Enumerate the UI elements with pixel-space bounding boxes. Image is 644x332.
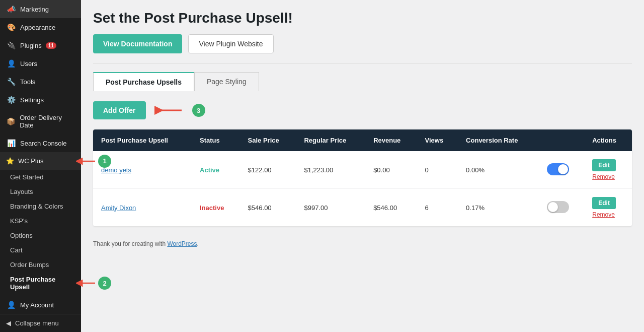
sidebar-item-plugins[interactable]: 🔌 Plugins 11 <box>0 36 81 54</box>
settings-icon: ⚙️ <box>6 96 16 104</box>
col-header-actions: Actions <box>584 129 632 151</box>
offers-table-wrapper: Post Purchase Upsell Status Sale Price R… <box>93 129 632 226</box>
submenu-item-ksps[interactable]: KSP's <box>0 214 81 228</box>
annotation-arrow-1 <box>76 156 96 166</box>
row1-remove-button[interactable]: Remove <box>592 173 615 180</box>
row2-toggle-cell <box>539 189 584 227</box>
row1-sale-price: $122.00 <box>240 151 296 189</box>
page-title: Set the Post Purchase Upsell! <box>93 10 632 26</box>
col-header-views: Views <box>417 129 458 151</box>
annotation-badge-3: 3 <box>192 104 205 117</box>
col-header-conversion-rate: Conversion Rate <box>458 129 539 151</box>
main-tabs: Post Purchase Upsells Page Styling <box>93 72 632 91</box>
row1-edit-button[interactable]: Edit <box>592 159 616 171</box>
main-content: Set the Post Purchase Upsell! View Docum… <box>81 0 644 332</box>
header-divider <box>93 63 632 64</box>
view-plugin-website-button[interactable]: View Plugin Website <box>188 34 273 53</box>
sidebar-item-users[interactable]: 👤 Users <box>0 54 81 73</box>
row1-revenue: $0.00 <box>365 151 417 189</box>
table-row: demo yets Active $122.00 $1,223.00 $0.00… <box>93 151 632 189</box>
row1-status: Active <box>192 151 240 189</box>
submenu-item-order-bumps[interactable]: Order Bumps <box>0 257 81 272</box>
tab-page-styling[interactable]: Page Styling <box>194 72 259 91</box>
collapse-menu-button[interactable]: ◀ Collapse menu <box>0 314 81 332</box>
row1-regular-price: $1,223.00 <box>296 151 365 189</box>
submenu-item-branding-colors[interactable]: Branding & Colors <box>0 199 81 214</box>
col-header-sale-price: Sale Price <box>240 129 296 151</box>
row1-conversion-rate: 0.00% <box>458 151 539 189</box>
sidebar-item-appearance[interactable]: 🎨 Appearance <box>0 18 81 36</box>
marketing-icon: 📣 <box>6 5 16 13</box>
annotation-badge-2: 2 <box>98 277 111 290</box>
submenu-item-get-started[interactable]: Get Started <box>0 170 81 184</box>
submenu-item-options[interactable]: Options <box>0 228 81 243</box>
row1-views: 0 <box>417 151 458 189</box>
col-header-regular-price: Regular Price <box>296 129 365 151</box>
annotation-arrow-2 <box>76 278 96 288</box>
add-offer-row: Add Offer 3 <box>93 101 632 119</box>
footer: Thank you for creating with WordPress. <box>93 240 632 247</box>
row2-actions: Edit Remove <box>584 189 632 227</box>
annotation-arrow-3 <box>154 103 184 118</box>
row2-revenue: $546.00 <box>365 189 417 227</box>
tools-icon: 🔧 <box>6 78 16 86</box>
my-account-icon: 👤 <box>6 301 16 309</box>
row2-toggle-knob <box>548 202 558 212</box>
plugins-icon: 🔌 <box>6 41 16 49</box>
submenu-item-post-purchase-upsell[interactable]: Post Purchase Upsell 2 <box>0 272 81 294</box>
row2-remove-button[interactable]: Remove <box>592 211 615 218</box>
search-console-icon: 📊 <box>6 139 16 147</box>
col-header-revenue: Revenue <box>365 129 417 151</box>
sidebar-item-settings[interactable]: ⚙️ Settings <box>0 91 81 109</box>
row1-actions: Edit Remove <box>584 151 632 189</box>
offers-table: Post Purchase Upsell Status Sale Price R… <box>93 129 632 226</box>
plugins-badge: 11 <box>46 42 56 49</box>
sidebar-submenu: Get Started Layouts Branding & Colors KS… <box>0 170 81 296</box>
sidebar-item-my-account[interactable]: 👤 My Account <box>0 296 81 314</box>
row1-toggle[interactable] <box>547 163 569 175</box>
row2-toggle[interactable] <box>547 201 569 213</box>
row1-toggle-cell <box>539 151 584 189</box>
collapse-icon: ◀ <box>6 319 11 327</box>
wc-plus-icon: ⭐ <box>6 157 14 165</box>
annotation-badge-1: 1 <box>98 155 111 168</box>
row1-toggle-knob <box>558 164 568 174</box>
row2-views: 6 <box>417 189 458 227</box>
col-header-status: Status <box>192 129 240 151</box>
col-header-name: Post Purchase Upsell <box>93 129 192 151</box>
appearance-icon: 🎨 <box>6 23 16 31</box>
sidebar-item-order-delivery[interactable]: 📦 Order Delivery Date <box>0 109 81 134</box>
sidebar-item-tools[interactable]: 🔧 Tools <box>0 73 81 91</box>
wordpress-link[interactable]: WordPress <box>167 240 197 247</box>
row2-regular-price: $997.00 <box>296 189 365 227</box>
users-icon: 👤 <box>6 59 16 68</box>
header-button-row: View Documentation View Plugin Website <box>93 34 632 53</box>
row2-conversion-rate: 0.17% <box>458 189 539 227</box>
row2-edit-button[interactable]: Edit <box>592 197 616 209</box>
sidebar: 📣 Marketing 🎨 Appearance 🔌 Plugins 11 👤 … <box>0 0 81 332</box>
row2-sale-price: $546.00 <box>240 189 296 227</box>
sidebar-item-wc-plus[interactable]: ⭐ WC Plus 1 <box>0 152 81 170</box>
add-offer-button[interactable]: Add Offer <box>93 101 146 119</box>
row2-name: Amity Dixon <box>93 189 192 227</box>
row2-status: Inactive <box>192 189 240 227</box>
col-header-toggle <box>539 129 584 151</box>
sidebar-item-marketing[interactable]: 📣 Marketing <box>0 0 81 18</box>
order-delivery-icon: 📦 <box>6 117 16 125</box>
row2-action-cell: Edit Remove <box>592 197 624 218</box>
submenu-item-cart[interactable]: Cart <box>0 243 81 257</box>
sidebar-item-search-console[interactable]: 📊 Search Console <box>0 134 81 152</box>
view-documentation-button[interactable]: View Documentation <box>93 34 182 53</box>
row1-action-cell: Edit Remove <box>592 159 624 180</box>
submenu-item-layouts[interactable]: Layouts <box>0 184 81 199</box>
table-row: Amity Dixon Inactive $546.00 $997.00 $54… <box>93 189 632 227</box>
tab-post-purchase-upsells[interactable]: Post Purchase Upsells <box>93 72 194 91</box>
